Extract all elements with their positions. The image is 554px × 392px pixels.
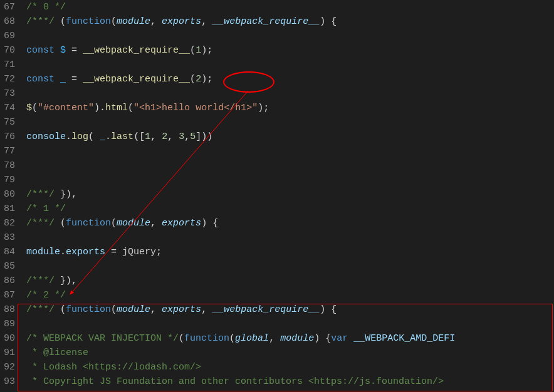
token: ). xyxy=(94,103,105,113)
code-line[interactable] xyxy=(26,259,554,274)
token: module xyxy=(117,218,150,229)
code-line[interactable]: * Lodash <https://lodash.com/> xyxy=(26,360,554,374)
token: , xyxy=(167,132,179,142)
code-line[interactable]: * @license xyxy=(26,346,554,360)
token: __WEBPACK_AMD_DEFI xyxy=(353,333,455,344)
token: html xyxy=(105,103,128,113)
line-number: 79 xyxy=(4,173,15,187)
token: /* 0 */ xyxy=(26,2,66,13)
code-line[interactable] xyxy=(26,115,554,130)
code-area[interactable]: /* 0 *//***/ (function(module, exports, … xyxy=(24,0,554,392)
token: , xyxy=(150,16,162,27)
token: /***/ xyxy=(26,189,55,200)
token: 2 xyxy=(196,74,201,85)
token: module xyxy=(117,304,150,315)
token: = xyxy=(66,74,83,85)
token: $ xyxy=(26,103,32,113)
code-line[interactable]: const $ = __webpack_require__(1); xyxy=(26,43,554,58)
token xyxy=(55,45,60,56)
token: exports xyxy=(162,304,201,315)
code-line[interactable]: /* 0 */ xyxy=(26,0,554,14)
token: ( xyxy=(190,45,196,56)
code-line[interactable]: /***/ (function(module, exports, __webpa… xyxy=(26,302,554,317)
code-line[interactable]: * Copyright JS Foundation and other cont… xyxy=(26,374,554,389)
line-number: 74 xyxy=(4,101,15,115)
token: const xyxy=(26,45,55,56)
code-line[interactable]: const _ = __webpack_require__(2); xyxy=(26,72,554,86)
token: . xyxy=(105,132,111,142)
code-line[interactable]: /***/ (function(module, exports, __webpa… xyxy=(26,14,554,29)
token: * @license xyxy=(26,348,88,358)
token: const xyxy=(26,74,55,85)
token: ( xyxy=(111,304,117,315)
token: module xyxy=(26,247,60,257)
token: function xyxy=(66,16,111,27)
code-line[interactable]: /***/ }), xyxy=(26,274,554,288)
token: module xyxy=(117,16,150,27)
line-number: 73 xyxy=(4,86,15,101)
code-line[interactable]: /* 2 */ xyxy=(26,288,554,302)
token: exports xyxy=(66,247,105,257)
code-line[interactable]: /* WEBPACK VAR INJECTION */(function(glo… xyxy=(26,331,554,346)
line-number: 86 xyxy=(4,274,15,288)
line-number: 70 xyxy=(4,43,15,58)
token: , xyxy=(201,16,212,27)
code-line[interactable]: $("#content").html("<h1>hello world</h1>… xyxy=(26,101,554,115)
code-line[interactable]: /***/ (function(module, exports) { xyxy=(26,216,554,230)
line-number: 78 xyxy=(4,158,15,173)
code-line[interactable] xyxy=(26,230,554,245)
token: ( xyxy=(55,16,66,27)
line-number: 92 xyxy=(4,360,15,374)
token: 2 xyxy=(162,132,167,142)
code-line[interactable] xyxy=(26,58,554,72)
code-line[interactable] xyxy=(26,29,554,43)
token: _ xyxy=(100,132,105,142)
token: exports xyxy=(162,16,201,27)
line-number: 91 xyxy=(4,346,15,360)
token: }), xyxy=(55,276,77,286)
code-line[interactable] xyxy=(26,144,554,158)
token: __webpack_require__ xyxy=(212,304,320,315)
token: function xyxy=(66,218,111,229)
token: = xyxy=(105,247,122,257)
token: ( xyxy=(179,333,184,344)
token: jQuery xyxy=(122,247,156,257)
token: /***/ xyxy=(26,276,55,286)
token: , xyxy=(150,218,162,229)
code-line[interactable]: module.exports = jQuery; xyxy=(26,245,554,259)
token: ( xyxy=(111,218,117,229)
token: $ xyxy=(60,45,66,56)
line-number: 85 xyxy=(4,259,15,274)
token: ) { xyxy=(314,333,331,344)
token: }), xyxy=(55,189,77,200)
code-line[interactable]: /***/ }), xyxy=(26,187,554,202)
token: ); xyxy=(201,45,212,56)
token: ( xyxy=(111,16,117,27)
token: _ xyxy=(60,74,66,85)
token: /***/ xyxy=(26,218,55,229)
token: 5 xyxy=(190,132,196,142)
token xyxy=(348,333,353,344)
code-line[interactable] xyxy=(26,173,554,187)
token: ( xyxy=(88,132,100,142)
token: /***/ xyxy=(26,304,55,315)
code-line[interactable]: console.log( _.last([1, 2, 3,5])) xyxy=(26,130,554,144)
token: last xyxy=(111,132,133,142)
line-number: 71 xyxy=(4,58,15,72)
code-line[interactable] xyxy=(26,317,554,331)
line-number: 75 xyxy=(4,115,15,130)
token: ; xyxy=(156,247,162,257)
token: , xyxy=(150,132,162,142)
token: , xyxy=(201,304,212,315)
token: log xyxy=(71,132,88,142)
code-line[interactable]: /* 1 */ xyxy=(26,202,554,216)
line-number: 77 xyxy=(4,144,15,158)
token: /* 1 */ xyxy=(26,204,66,214)
token: 3 xyxy=(179,132,184,142)
code-editor[interactable]: 6768697071727374757677787980818283848586… xyxy=(0,0,554,392)
code-line[interactable] xyxy=(26,86,554,101)
token: ])) xyxy=(196,132,212,142)
code-line[interactable] xyxy=(26,158,554,173)
token: __webpack_require__ xyxy=(83,45,190,56)
token: ( xyxy=(32,103,38,113)
